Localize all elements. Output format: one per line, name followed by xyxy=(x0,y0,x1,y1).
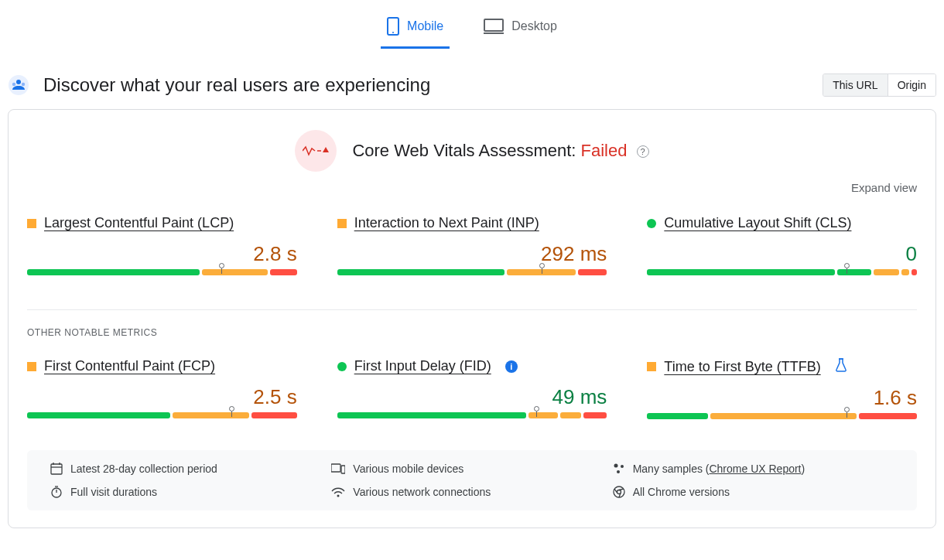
tab-desktop[interactable]: Desktop xyxy=(477,8,563,49)
fcp-bar xyxy=(27,412,297,418)
assessment-badge xyxy=(295,130,337,172)
svg-point-23 xyxy=(337,495,340,497)
svg-point-18 xyxy=(621,465,624,468)
svg-point-19 xyxy=(617,470,620,473)
fid-bar xyxy=(337,412,607,418)
svg-rect-16 xyxy=(341,466,345,473)
assessment-label: Core Web Vitals Assessment: xyxy=(352,141,580,160)
cls-value: 0 xyxy=(647,242,917,266)
lcp-name[interactable]: Largest Contentful Paint (LCP) xyxy=(44,215,234,231)
users-icon xyxy=(8,74,29,96)
inp-name[interactable]: Interaction to Next Paint (INP) xyxy=(354,215,539,231)
svg-marker-9 xyxy=(323,147,329,152)
svg-point-6 xyxy=(12,83,15,86)
expand-view-link[interactable]: Expand view xyxy=(851,181,917,194)
footer-info: Latest 28-day collection period Various … xyxy=(27,450,917,510)
devices-icon xyxy=(331,463,345,474)
cls-bar xyxy=(647,269,917,275)
lcp-bar xyxy=(27,269,297,275)
svg-line-26 xyxy=(619,489,624,490)
svg-rect-11 xyxy=(51,464,62,474)
mobile-icon xyxy=(387,17,399,36)
svg-rect-15 xyxy=(331,464,340,472)
fid-indicator-icon xyxy=(337,362,347,371)
metric-inp: Interaction to Next Paint (INP) 292 ms xyxy=(337,215,607,275)
other-metrics-label: OTHER NOTABLE METRICS xyxy=(27,327,917,338)
footer-connections: Various network connections xyxy=(331,486,612,498)
other-metrics-row: First Contentful Paint (FCP) 2.5 s First… xyxy=(27,358,917,419)
ttfb-name[interactable]: Time to First Byte (TTFB) xyxy=(664,359,820,375)
fcp-indicator-icon xyxy=(27,362,36,371)
tab-desktop-label: Desktop xyxy=(511,19,557,33)
cls-name[interactable]: Cumulative Layout Shift (CLS) xyxy=(664,215,851,231)
header-row: Discover what your real users are experi… xyxy=(8,73,936,97)
assessment-title: Core Web Vitals Assessment: Failed ? xyxy=(352,141,648,161)
crux-link[interactable]: Chrome UX Report xyxy=(709,463,801,475)
info-icon[interactable]: i xyxy=(505,360,518,373)
help-icon[interactable]: ? xyxy=(637,145,649,158)
divider xyxy=(27,309,917,310)
fid-name[interactable]: First Input Delay (FID) xyxy=(354,358,491,374)
fcp-name[interactable]: First Contentful Paint (FCP) xyxy=(44,358,215,374)
metric-fcp: First Contentful Paint (FCP) 2.5 s xyxy=(27,358,297,419)
chrome-icon xyxy=(613,486,625,498)
footer-samples: Many samples (Chrome UX Report) xyxy=(613,463,894,475)
cls-indicator-icon xyxy=(647,219,656,228)
svg-point-1 xyxy=(392,32,394,33)
svg-point-4 xyxy=(9,75,29,95)
ttfb-value: 1.6 s xyxy=(647,386,917,410)
stopwatch-icon xyxy=(50,486,63,498)
footer-devices: Various mobile devices xyxy=(331,463,612,475)
svg-rect-2 xyxy=(484,19,503,31)
inp-bar xyxy=(337,269,607,275)
footer-durations: Full visit durations xyxy=(50,486,331,498)
footer-versions: All Chrome versions xyxy=(613,486,894,498)
cwv-metrics-row: Largest Contentful Paint (LCP) 2.8 s Int… xyxy=(27,215,917,275)
page-title: Discover what your real users are experi… xyxy=(43,74,430,96)
url-origin-toggle: This URL Origin xyxy=(823,73,936,97)
footer-period: Latest 28-day collection period xyxy=(50,463,331,475)
tab-mobile-label: Mobile xyxy=(407,19,443,33)
failed-icon xyxy=(303,145,329,156)
ttfb-indicator-icon xyxy=(647,362,656,371)
cwv-header: Core Web Vitals Assessment: Failed ? xyxy=(27,130,917,172)
toggle-origin[interactable]: Origin xyxy=(888,74,935,96)
inp-value: 292 ms xyxy=(337,242,607,266)
desktop-icon xyxy=(484,19,504,34)
toggle-this-url[interactable]: This URL xyxy=(823,74,887,96)
lcp-indicator-icon xyxy=(27,219,36,228)
flask-icon[interactable] xyxy=(835,358,847,375)
metric-ttfb: Time to First Byte (TTFB) 1.6 s xyxy=(647,358,917,419)
svg-point-24 xyxy=(614,487,624,497)
samples-icon xyxy=(613,463,625,475)
lcp-value: 2.8 s xyxy=(27,242,297,266)
fid-value: 49 ms xyxy=(337,385,607,409)
fcp-value: 2.5 s xyxy=(27,385,297,409)
assessment-status: Failed xyxy=(581,141,628,160)
network-icon xyxy=(331,487,345,497)
metric-cls: Cumulative Layout Shift (CLS) 0 xyxy=(647,215,917,275)
ttfb-bar xyxy=(647,413,917,419)
metric-fid: First Input Delay (FID) i 49 ms xyxy=(337,358,607,419)
svg-point-5 xyxy=(16,80,21,84)
svg-point-17 xyxy=(614,464,617,468)
inp-indicator-icon xyxy=(337,219,347,228)
assessment-card: Core Web Vitals Assessment: Failed ? Exp… xyxy=(8,109,936,528)
tab-mobile[interactable]: Mobile xyxy=(381,8,450,49)
metric-lcp: Largest Contentful Paint (LCP) 2.8 s xyxy=(27,215,297,275)
calendar-icon xyxy=(50,463,63,475)
svg-point-7 xyxy=(22,83,25,86)
device-tabs: Mobile Desktop xyxy=(8,8,936,49)
